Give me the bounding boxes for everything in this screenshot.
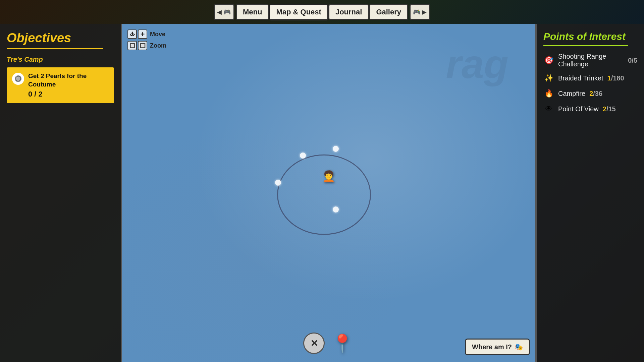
- zoom-label: Zoom: [150, 42, 166, 49]
- top-navigation: ◀ 🎮 Menu Map & Quest Journal Gallery 🎮 ▶: [214, 0, 430, 23]
- braided-trinket-count: 1/180: [607, 74, 624, 82]
- poi-item-point-of-view[interactable]: 👁 Point Of View 2/15: [543, 104, 637, 114]
- pin-icon: 📍: [331, 333, 353, 354]
- objectives-divider: [7, 48, 103, 49]
- pearl-dot-1: [300, 153, 306, 159]
- prev-icon: ◀ 🎮: [217, 8, 231, 16]
- tab-map-quest[interactable]: Map & Quest: [269, 4, 328, 20]
- shooting-range-count: 0/5: [628, 57, 637, 64]
- objective-icon: 🔘: [12, 73, 24, 85]
- tab-journal[interactable]: Journal: [328, 4, 369, 20]
- poi-divider: [543, 45, 628, 46]
- move-hint: 🕹 ✛ Move: [127, 29, 166, 39]
- zoom-icons: 🔲 🔲: [127, 41, 147, 50]
- objective-text: Get 2 Pearls for the Coutume 0 / 2: [28, 72, 109, 99]
- point-of-view-count: 2/15: [603, 105, 616, 113]
- campfire-label: Campfire: [558, 90, 585, 98]
- poi-item-campfire[interactable]: 🔥 Campfire 2/36: [543, 88, 637, 99]
- shooting-range-label: Shooting Range Challenge: [558, 53, 624, 68]
- player-marker: 🧑‍🦱: [320, 168, 337, 185]
- move-icons: 🕹 ✛: [127, 29, 147, 39]
- zoom-icon-2: 🔲: [138, 41, 147, 50]
- tab-gallery[interactable]: Gallery: [369, 4, 408, 20]
- points-of-interest-panel: Points of Interest 🎯 Shooting Range Chal…: [537, 24, 644, 362]
- next-icon: 🎮 ▶: [413, 8, 427, 16]
- map-controls-hint: 🕹 ✛ Move 🔲 🔲 Zoom: [127, 29, 166, 50]
- nav-prev-button[interactable]: ◀ 🎮: [214, 4, 234, 20]
- poi-item-braided-trinket[interactable]: ✨ Braided Trinket 1/180: [543, 73, 637, 83]
- pearl-icon: 🔘: [14, 75, 22, 82]
- poi-item-shooting-range[interactable]: 🎯 Shooting Range Challenge 0/5: [543, 53, 637, 68]
- point-of-view-icon: 👁: [543, 104, 554, 114]
- cancel-icon: ✕: [310, 338, 318, 349]
- camp-label: Tre's Camp: [7, 56, 114, 63]
- where-am-i-label: Where am I?: [472, 343, 512, 351]
- campfire-count: 2/36: [589, 90, 602, 98]
- poi-list: 🎯 Shooting Range Challenge 0/5 ✨ Braided…: [543, 53, 637, 114]
- map-circle: [277, 155, 371, 235]
- stick-icon: 🕹: [127, 29, 137, 39]
- tab-menu[interactable]: Menu: [236, 4, 269, 20]
- nav-next-button[interactable]: 🎮 ▶: [410, 4, 430, 20]
- cancel-button[interactable]: ✕: [303, 333, 325, 354]
- braided-trinket-icon: ✨: [543, 73, 554, 83]
- pearl-dot-3: [275, 180, 281, 186]
- objectives-panel: Objectives Tre's Camp 🔘 Get 2 Pearls for…: [0, 24, 121, 362]
- dpad-icon: ✛: [138, 29, 147, 39]
- objectives-title: Objectives: [7, 31, 114, 45]
- map-area[interactable]: rag 🕹 ✛ Move 🔲 🔲 Zoom: [121, 24, 537, 362]
- zoom-hint: 🔲 🔲 Zoom: [127, 41, 166, 50]
- objective-card[interactable]: 🔘 Get 2 Pearls for the Coutume 0 / 2: [7, 67, 114, 103]
- shooting-range-icon: 🎯: [543, 55, 554, 66]
- objective-progress: 0 / 2: [28, 90, 109, 99]
- pin-button[interactable]: 📍: [330, 331, 354, 355]
- where-am-i-button[interactable]: Where am I? 🎭: [465, 339, 530, 355]
- main-container: Objectives Tre's Camp 🔘 Get 2 Pearls for…: [0, 24, 644, 362]
- move-label: Move: [150, 31, 165, 38]
- poi-title: Points of Interest: [543, 31, 637, 42]
- objective-name: Get 2 Pearls for the Coutume: [28, 72, 109, 88]
- map-bottom-controls: ✕ 📍: [303, 331, 354, 355]
- point-of-view-label: Point Of View: [558, 105, 599, 113]
- mushroom-icon: 🎭: [515, 343, 523, 351]
- campfire-icon: 🔥: [543, 88, 554, 99]
- braided-trinket-label: Braided Trinket: [558, 74, 603, 82]
- zoom-icon-1: 🔲: [127, 41, 137, 50]
